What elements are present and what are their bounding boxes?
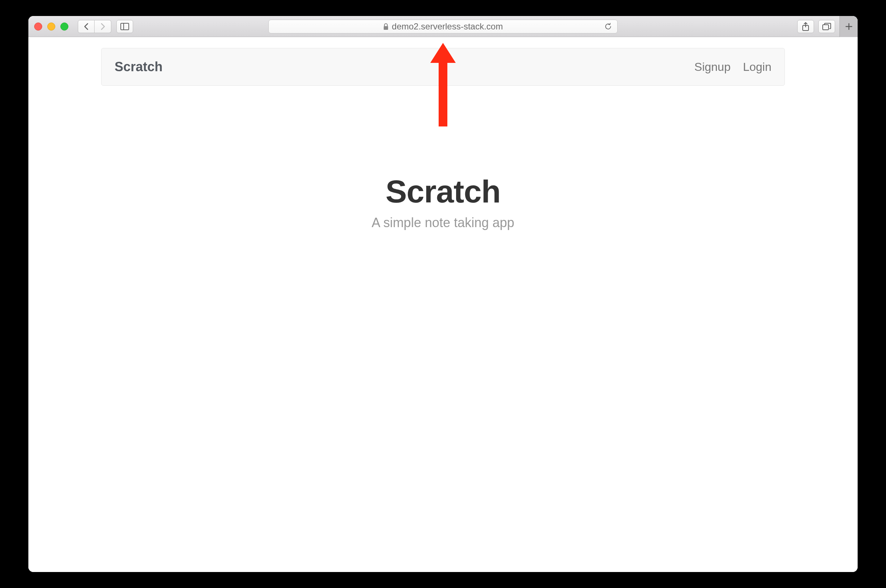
back-button[interactable]: [78, 20, 95, 33]
sidebar-toggle-button[interactable]: [116, 20, 133, 33]
sidebar-icon: [120, 23, 129, 30]
nav-links: Signup Login: [694, 60, 772, 74]
fullscreen-window-button[interactable]: [60, 22, 68, 30]
svg-marker-8: [430, 43, 456, 126]
hero-subtitle: A simple note taking app: [29, 215, 857, 230]
svg-rect-0: [121, 23, 129, 30]
browser-toolbar: demo2.serverless-stack.com: [29, 16, 857, 37]
nav-button-group: [78, 20, 111, 33]
svg-rect-5: [823, 25, 829, 30]
arrow-up-icon: [430, 43, 456, 126]
share-icon: [802, 22, 809, 31]
tabs-button[interactable]: [818, 20, 835, 33]
signup-link[interactable]: Signup: [694, 60, 731, 74]
annotation-arrow: [430, 43, 456, 126]
address-text: demo2.serverless-stack.com: [392, 21, 502, 32]
login-link[interactable]: Login: [743, 60, 772, 74]
address-bar[interactable]: demo2.serverless-stack.com: [268, 20, 618, 33]
reload-button[interactable]: [604, 22, 612, 30]
hero-title: Scratch: [29, 173, 857, 210]
svg-rect-2: [384, 26, 388, 30]
tabs-icon: [822, 22, 832, 30]
toolbar-right-group: [797, 16, 852, 37]
forward-button[interactable]: [95, 20, 111, 33]
browser-window: demo2.serverless-stack.com Scratch: [29, 16, 857, 572]
reload-icon: [604, 22, 612, 30]
window-controls: [34, 22, 68, 30]
brand-link[interactable]: Scratch: [114, 59, 162, 75]
page-content: Scratch Signup Login Scratch A simple no…: [29, 37, 857, 572]
lock-icon: [383, 23, 389, 30]
plus-icon: [845, 22, 853, 30]
chevron-right-icon: [101, 23, 105, 30]
new-tab-button[interactable]: [839, 16, 857, 37]
hero-section: Scratch A simple note taking app: [29, 173, 857, 230]
minimize-window-button[interactable]: [47, 22, 55, 30]
close-window-button[interactable]: [34, 22, 42, 30]
chevron-left-icon: [84, 23, 89, 30]
share-button[interactable]: [797, 20, 814, 33]
